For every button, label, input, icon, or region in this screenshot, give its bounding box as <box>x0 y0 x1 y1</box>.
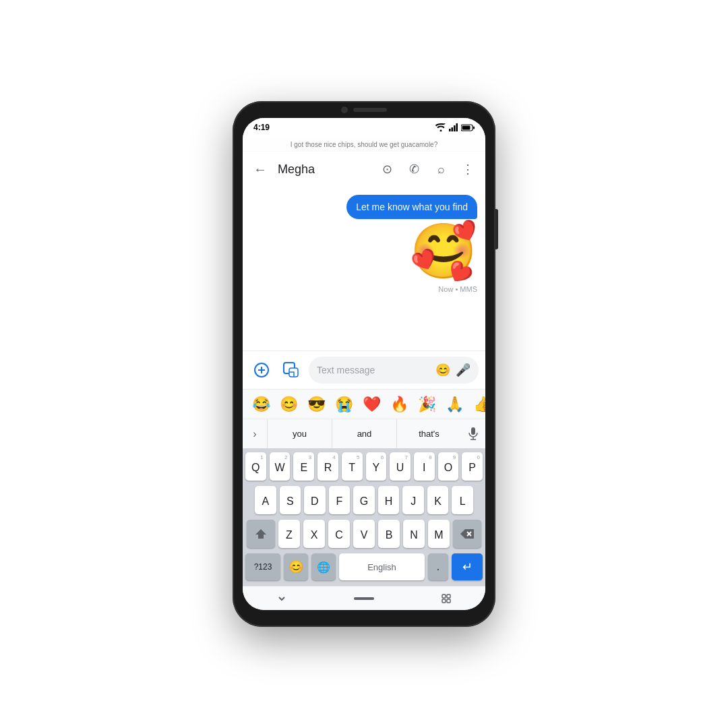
delete-icon <box>460 529 474 539</box>
expand-icon: › <box>253 428 256 440</box>
quick-emoji-2[interactable]: 😊 <box>276 393 302 416</box>
key-C[interactable]: C <box>328 520 350 548</box>
suggestion-mic-button[interactable] <box>461 419 485 449</box>
add-icon <box>253 362 270 378</box>
suggestion-you[interactable]: you <box>267 419 332 449</box>
emoji-sticker: 🥰 <box>410 224 477 278</box>
key-G[interactable]: G <box>353 486 375 514</box>
globe-label: 🌐 <box>317 561 330 574</box>
key-S[interactable]: S <box>280 486 301 514</box>
quick-emoji-3[interactable]: 😎 <box>303 393 330 416</box>
key-J[interactable]: J <box>402 486 424 514</box>
nav-recents-button[interactable] <box>441 593 452 604</box>
quick-emoji-7[interactable]: 🎉 <box>414 393 440 416</box>
key-H[interactable]: H <box>378 486 400 514</box>
key-L[interactable]: L <box>452 486 473 514</box>
svg-rect-2 <box>454 125 456 131</box>
input-area: Text message 😊 🎤 <box>243 351 485 389</box>
key-E[interactable]: 3 E <box>293 452 314 481</box>
message-input-wrapper[interactable]: Text message 😊 🎤 <box>309 357 479 384</box>
nav-back-icon <box>276 593 287 604</box>
svg-rect-0 <box>449 129 451 131</box>
sticker-button[interactable] <box>279 358 303 382</box>
contact-name: Megha <box>278 162 369 177</box>
shift-key[interactable] <box>247 520 275 548</box>
back-button[interactable]: ← <box>248 156 272 183</box>
emoji-quick-row: 😂 😊 😎 😭 ❤️ 🔥 🎉 🙏 👍 😊 <box>243 389 485 419</box>
expand-suggestions-button[interactable]: › <box>243 419 267 449</box>
sticker-icon <box>282 361 300 379</box>
delete-key[interactable] <box>453 520 481 548</box>
key-O[interactable]: 9 O <box>438 452 459 481</box>
add-attachment-button[interactable] <box>249 358 274 382</box>
preview-text: I got those nice chips, should we get gu… <box>291 141 437 148</box>
keyboard-row-3: Z X C V B N M <box>245 520 483 548</box>
key-F[interactable]: F <box>329 486 351 514</box>
more-options-button[interactable]: ⋮ <box>456 157 480 181</box>
search-button[interactable]: ⌕ <box>429 157 453 181</box>
key-U[interactable]: 7 U <box>390 452 411 481</box>
message-text: Let me know what you find <box>356 202 468 212</box>
nav-bar <box>243 586 485 610</box>
suggestion-thats[interactable]: that's <box>396 419 461 449</box>
quick-emoji-6[interactable]: 🔥 <box>386 393 413 416</box>
key-T[interactable]: 5 T <box>342 452 363 481</box>
message-placeholder: Text message <box>317 365 430 375</box>
key-B[interactable]: B <box>378 520 400 548</box>
quick-emoji-9[interactable]: 👍 <box>469 393 485 416</box>
notch <box>341 107 387 113</box>
app-bar: ← Megha ⊙ ✆ ⌕ ⋮ <box>243 152 485 187</box>
quick-emoji-8[interactable]: 🙏 <box>442 393 468 416</box>
camera <box>341 107 348 113</box>
mic-input-button[interactable]: 🎤 <box>456 363 471 377</box>
keyboard-row-1: 1 Q 2 W 3 E 4 R 5 T <box>245 452 483 481</box>
key-W[interactable]: 2 W <box>270 452 291 481</box>
key-D[interactable]: D <box>304 486 326 514</box>
key-K[interactable]: K <box>427 486 449 514</box>
space-key[interactable]: English <box>339 553 425 580</box>
enter-key[interactable]: ↵ <box>452 553 483 580</box>
nav-home-button[interactable] <box>354 597 374 600</box>
message-timestamp: Now • MMS <box>438 285 477 293</box>
svg-rect-6 <box>473 126 475 129</box>
key-A[interactable]: A <box>255 486 276 514</box>
num-key[interactable]: ?123 <box>245 553 280 580</box>
key-Q[interactable]: 1 Q <box>245 452 266 481</box>
status-time: 4:19 <box>253 123 270 132</box>
phone-call-button[interactable]: ✆ <box>402 157 426 181</box>
suggestion-and[interactable]: and <box>332 419 396 449</box>
key-R[interactable]: 4 R <box>317 452 338 481</box>
key-Y[interactable]: 6 Y <box>366 452 387 481</box>
key-N[interactable]: N <box>403 520 425 548</box>
enter-label: ↵ <box>462 559 473 574</box>
svg-marker-15 <box>255 529 266 539</box>
suggestion-row: › you and that's <box>243 419 485 448</box>
globe-key[interactable]: 🌐 <box>311 553 336 580</box>
svg-rect-3 <box>456 123 458 131</box>
video-call-button[interactable]: ⊙ <box>375 157 399 181</box>
key-M[interactable]: M <box>428 520 450 548</box>
svg-rect-12 <box>471 427 475 435</box>
keyboard-row-2: A S D F G H J K L <box>245 486 483 514</box>
quick-emoji-5[interactable]: ❤️ <box>359 393 385 416</box>
key-V[interactable]: V <box>353 520 375 548</box>
period-key[interactable]: . <box>428 553 448 580</box>
wifi-icon <box>435 123 446 131</box>
battery-icon <box>461 124 475 131</box>
svg-rect-5 <box>462 125 471 129</box>
nav-back-button[interactable] <box>276 593 287 604</box>
key-I[interactable]: 8 I <box>414 452 435 481</box>
key-X[interactable]: X <box>303 520 325 548</box>
quick-emoji-1[interactable]: 😂 <box>248 393 274 416</box>
mic-icon <box>468 427 479 441</box>
svg-rect-19 <box>447 595 450 598</box>
svg-rect-18 <box>442 595 446 598</box>
quick-emoji-4[interactable]: 😭 <box>331 393 357 416</box>
emoji-key[interactable]: 😊 <box>284 553 308 580</box>
key-P[interactable]: 0 P <box>462 452 483 481</box>
key-Z[interactable]: Z <box>278 520 300 548</box>
emoji-input-button[interactable]: 😊 <box>435 363 450 377</box>
home-pill <box>354 597 374 600</box>
recents-icon <box>441 593 452 604</box>
signal-icon <box>449 123 458 131</box>
